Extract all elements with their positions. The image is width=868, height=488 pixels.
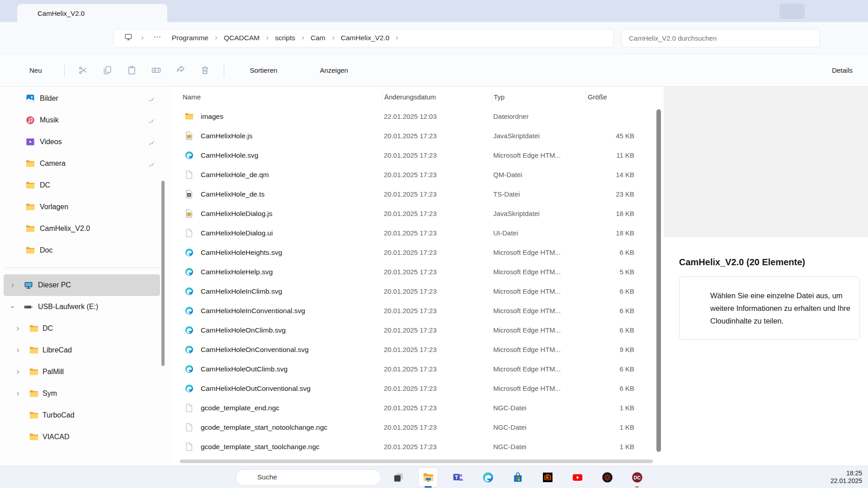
folder-icon [29,389,39,399]
view-button[interactable]: Anzeigen [300,62,364,79]
breadcrumb[interactable]: ProgrammeQCADCAMscriptsCamCamHelix_V2.0 [113,29,614,47]
sort-button[interactable]: Sortieren [231,62,293,79]
column-header-name[interactable]: Name [181,90,382,103]
file-row[interactable]: CamHelixHole.js20.01.2025 17:23JavaSkrip… [172,126,664,145]
tree-item-dieser-pc[interactable]: Dieser PC [4,274,160,296]
tree-item-turbocad[interactable]: TurboCad [4,404,160,426]
file-explorer-button[interactable] [418,467,438,487]
more-options-button[interactable] [377,61,396,80]
file-row[interactable]: CamHelixHoleDialog.js20.01.2025 17:23Jav… [172,204,664,223]
breadcrumb-overflow-button[interactable] [146,31,168,45]
file-row[interactable]: CamHelixHoleInClimb.svg20.01.2025 17:23M… [172,282,664,301]
maximize-icon [819,7,827,15]
chevron-right-icon [139,35,146,41]
file-row[interactable]: CamHelixHole_de.qm20.01.2025 17:23QM-Dat… [172,165,664,184]
red-utility-app-button[interactable] [597,467,617,487]
tree-item-palmill[interactable]: PalMill [4,361,160,383]
tree-item-librecad[interactable]: LibreCad [4,339,160,361]
up-button[interactable] [59,28,79,48]
details-pane-button[interactable]: Details [812,62,858,79]
tv-app-button[interactable] [538,467,557,487]
file-row[interactable]: CamHelixHoleOnClimb.svg20.01.2025 17:23M… [172,320,664,340]
breadcrumb-root-desktop[interactable] [117,31,139,45]
sidebar-item-vorlagen[interactable]: Vorlagen [3,196,162,218]
tab-close-button[interactable] [149,6,163,20]
sidebar-item-dc[interactable]: DC [3,174,162,196]
taskbar-clock[interactable]: 18:25 22.01.2025 [830,469,862,485]
breadcrumb-item[interactable]: CamHelix_V2.0 [337,32,394,44]
file-row[interactable]: gcode_template_start_notoolchange.ngc20.… [172,418,664,437]
explorer-tab[interactable]: CamHelix_V2.0 [17,4,167,22]
breadcrumb-item[interactable]: scripts [271,32,299,44]
breadcrumb-item[interactable]: Cam [307,32,330,44]
file-row[interactable]: CamHelixHoleDialog.ui20.01.2025 17:23UI-… [172,223,664,243]
new-button[interactable]: Neu [10,62,58,79]
breadcrumb-item[interactable]: Programme [168,32,212,44]
file-row[interactable]: images22.01.2025 12:03Dateiordner [172,107,664,126]
sidebar-item-camhelix-v2-0[interactable]: CamHelix_V2.0 [3,218,162,239]
store-button[interactable] [508,467,528,487]
column-header-size[interactable]: Größe [585,90,641,103]
search-box[interactable] [621,29,820,47]
file-row[interactable]: gcode_template_start_toolchange.ngc20.01… [172,437,664,456]
file-row[interactable]: CamHelixHole.svg20.01.2025 17:23Microsof… [172,145,664,165]
file-row[interactable]: CamHelixHoleHelp.svg20.01.2025 17:23Micr… [172,262,664,282]
doc-file-icon [184,422,194,432]
paste-button[interactable] [122,61,142,80]
start-button[interactable] [213,467,233,487]
hidden-icons-button[interactable] [759,473,769,482]
sidebar-item-videos[interactable]: Videos [3,131,162,153]
list-horizontal-scrollbar[interactable] [180,460,653,463]
share-button[interactable] [171,61,191,80]
file-row[interactable]: CamHelixHoleOutClimb.svg20.01.2025 17:23… [172,359,664,379]
plus-icon [180,9,188,17]
file-row[interactable]: CamHelixHoleHeights.svg20.01.2025 17:23M… [172,243,664,262]
folder-icon [29,410,39,420]
doc-file-icon [184,442,194,451]
sidebar-item-camera[interactable]: Camera [3,153,162,174]
tree-item-viacad[interactable]: VIACAD [4,426,160,448]
file-row[interactable]: CamHelixHoleInConventional.svg20.01.2025… [172,301,664,320]
file-row[interactable]: CamHelixHole_de.ts20.01.2025 17:23TS-Dat… [172,184,664,204]
column-header-date[interactable]: Änderungsdatum [382,90,491,103]
edge-button[interactable] [478,467,498,487]
file-row[interactable]: CamHelixHoleOnConventional.svg20.01.2025… [172,340,664,359]
maximize-button[interactable] [808,2,838,21]
dc-app-button[interactable]: DC [627,467,647,487]
breadcrumb-item[interactable]: QCADCAM [220,32,264,44]
wifi-icon[interactable] [775,473,785,482]
battery-icon[interactable] [808,473,819,482]
sidebar-item-doc[interactable]: Doc [3,239,162,261]
list-vertical-scrollbar[interactable] [656,109,661,452]
volume-icon[interactable] [792,473,801,482]
cut-button[interactable] [73,61,93,80]
column-header-type[interactable]: Typ [491,90,585,103]
tree-item-usb-laufwerk-e-[interactable]: USB-Laufwerk (E:) [4,296,160,318]
taskbar-search[interactable] [236,469,381,486]
file-name-cell: gcode_template_start_toolchange.ngc [181,442,382,451]
sidebar-item-musik[interactable]: Musik [3,109,162,131]
new-tab-button[interactable] [177,6,191,20]
file-row[interactable]: gcode_template_end.ngc20.01.2025 17:23NG… [172,398,664,418]
file-row[interactable]: CamHelixHoleOutConventional.svg20.01.202… [172,379,664,398]
file-name: CamHelixHoleOutClimb.svg [201,365,288,373]
back-button[interactable] [6,28,26,48]
teams-button[interactable] [448,467,468,487]
close-window-button[interactable] [838,2,868,21]
copy-button[interactable] [98,61,118,80]
task-view-button[interactable] [388,467,408,487]
file-type: Microsoft Edge HTM... [491,385,585,392]
rename-button[interactable] [146,61,166,80]
minimize-button[interactable] [779,4,805,19]
refresh-button[interactable] [85,28,105,48]
sidebar-item-bilder[interactable]: Bilder [3,88,162,109]
delete-button[interactable] [195,61,215,80]
forward-button[interactable] [33,28,52,48]
widgets-button[interactable] [14,471,26,483]
youtube-button[interactable] [567,467,587,487]
tree-item-dc[interactable]: DC [4,318,160,339]
taskbar-search-input[interactable] [256,473,381,482]
tree-item-sym[interactable]: Sym [4,383,160,404]
sidebar-scrollbar[interactable] [161,181,165,366]
search-input[interactable] [622,34,805,42]
